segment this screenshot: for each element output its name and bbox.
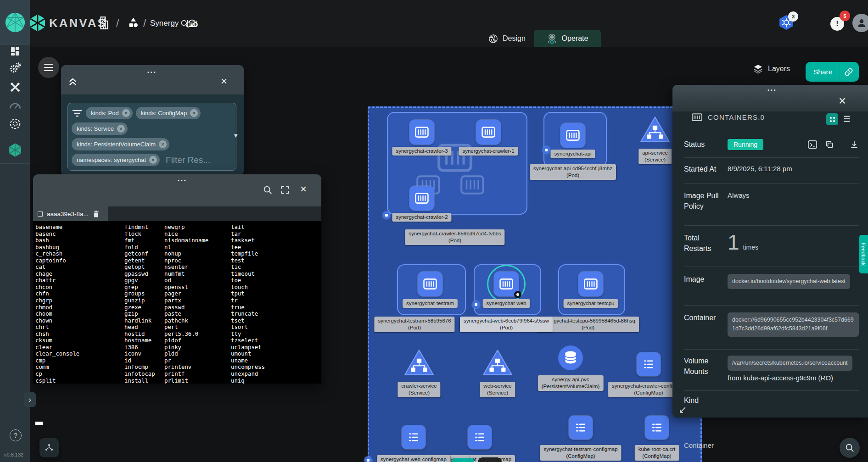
close-icon[interactable]: × [300, 184, 307, 195]
user-avatar[interactable] [852, 14, 868, 32]
cm-synergychat-testram-configmap[interactable] [569, 416, 593, 440]
zoom-button[interactable] [840, 438, 860, 458]
filter-chip[interactable]: kinds: ConfigMap× [136, 107, 201, 119]
grid-view-toggle[interactable] [826, 113, 838, 125]
terminal-session-tab[interactable]: aaaa39e3-8a... [33, 206, 108, 221]
node-label[interactable]: synergychat-crawler-659bd97cd4-tvbbs(Pod… [405, 229, 504, 245]
cm-kube-root-ca-crt[interactable] [645, 416, 669, 440]
node-label[interactable]: synergy-api-pvc(PersistentVolumeClaim) [538, 375, 604, 391]
node-label[interactable]: synergychat-testram-configmap(ConfigMap) [540, 445, 621, 461]
tab-operate[interactable]: Operate [534, 30, 601, 47]
share-button[interactable]: Share [806, 62, 859, 82]
node-label[interactable]: api-service(Service) [638, 149, 672, 164]
chip-remove-icon[interactable]: × [117, 125, 125, 133]
expand-panel-icon[interactable] [679, 406, 687, 414]
fullscreen-icon[interactable] [280, 185, 290, 195]
feedback-tab[interactable]: Feedback [859, 235, 868, 273]
cm-synergychat-web-configmap[interactable] [402, 425, 426, 449]
node-label[interactable]: synergychat-testram [403, 299, 458, 308]
filter-chip[interactable]: kinds: Service× [72, 122, 128, 135]
cm-synergychat-crawler-configmap[interactable] [637, 352, 661, 376]
container-id-value[interactable]: docker://6d96990655cc952b4423304f3c57d66… [728, 312, 859, 337]
pod-synergychat-testram[interactable] [418, 272, 442, 296]
chip-remove-icon[interactable]: × [190, 109, 198, 117]
pod-synergychat-crawler-1[interactable] [476, 120, 501, 145]
node-label[interactable]: synergychat-web-6ccb79f964-s9ssw(Pod) [460, 317, 553, 332]
pod-synergychat-crawler-3[interactable] [409, 120, 434, 145]
node-label[interactable]: synergychat-crawler-1 [459, 147, 518, 156]
gauge-icon[interactable] [9, 100, 22, 110]
filter-input-box[interactable]: kinds: Pod×kinds: ConfigMap×kinds: Servi… [67, 103, 236, 171]
terminal-window: ••• × aaaa39e3-8a... basename basenc bas… [33, 174, 321, 384]
filter-chip[interactable]: kinds: PersistentVolumeClaim× [72, 138, 169, 150]
filter-panel-header[interactable]: ••• × [61, 65, 244, 95]
org-building-icon[interactable] [98, 16, 110, 30]
k8s-context-badge[interactable]: 3 [778, 14, 795, 31]
filter-input-placeholder[interactable]: Filter Res... [166, 155, 210, 165]
workspace-logo[interactable] [0, 0, 30, 45]
notifications-button[interactable]: ! 5 [830, 17, 844, 31]
service-web-service[interactable] [482, 349, 513, 376]
terminal-output[interactable]: basename basenc bash bashbug c_rehash ca… [33, 221, 321, 384]
brand-logo-icon[interactable] [28, 13, 47, 33]
drag-handle[interactable]: ••• [178, 178, 187, 183]
node-label[interactable]: crawler-service(Service) [398, 382, 440, 397]
chip-remove-icon[interactable]: × [122, 109, 130, 117]
drag-handle[interactable]: ••• [767, 87, 777, 93]
node-label[interactable]: synergychat-web [483, 299, 530, 308]
terminal-header[interactable]: ••• × [33, 174, 321, 206]
mesh-sphere-icon[interactable] [9, 117, 22, 130]
filter-chip[interactable]: kinds: Pod× [86, 107, 133, 119]
layers-button[interactable]: Layers [753, 63, 790, 74]
open-terminal-icon[interactable] [807, 140, 818, 149]
pod-synergychat-api[interactable] [560, 123, 585, 148]
node-label[interactable]: synergychat-crawler-2 [392, 213, 451, 222]
dashboard-icon[interactable] [10, 46, 21, 57]
collapse-badge[interactable] [364, 456, 372, 462]
node-label[interactable]: synergychat-crawler-3 [392, 147, 451, 156]
node-label[interactable]: synergychat-web-configmap(ConfigMap) [377, 455, 450, 462]
trash-icon[interactable] [93, 210, 100, 218]
collapse-badge[interactable] [383, 212, 390, 219]
canvas-menu-button[interactable] [38, 57, 59, 78]
help-button[interactable]: ? [10, 429, 22, 441]
cm-synergychat-api-configmap[interactable] [468, 425, 492, 449]
node-label[interactable]: kube-root-ca.crt(ConfigMap) [635, 445, 679, 461]
close-icon[interactable]: × [221, 76, 227, 87]
node-label[interactable]: synergychat-api-cd954ccbf-j8mhz(Pod) [530, 164, 616, 180]
node-label[interactable]: synergychat-api [550, 150, 595, 158]
settings-gears-icon[interactable] [9, 62, 21, 74]
copy-manifest-icon[interactable] [825, 140, 834, 149]
node-label[interactable]: synergychat-testram-58b95676(Pod) [374, 317, 454, 332]
image-value[interactable]: docker.io/bootdotdev/synergychat-web:lat… [728, 274, 850, 289]
collapse-chevrons-icon[interactable] [68, 77, 78, 86]
service-crawler-service[interactable] [403, 349, 435, 376]
list-view-toggle[interactable] [841, 115, 850, 122]
chip-remove-icon[interactable]: × [159, 140, 167, 148]
node-label[interactable]: web-service(Service) [480, 382, 515, 397]
node-label[interactable]: synergychat-testcpu [564, 299, 618, 308]
volume-mount-path[interactable]: /var/run/secrets/kubernetes.io/serviceac… [728, 356, 852, 371]
quick-actions-button[interactable] [39, 438, 59, 457]
pod-synergychat-web[interactable] [494, 272, 519, 296]
chevron-down-icon[interactable]: ▼ [233, 132, 239, 139]
details-header[interactable]: ••• × [672, 85, 868, 111]
collapse-badge[interactable] [543, 146, 550, 154]
pod-synergychat-crawler-2[interactable] [409, 186, 434, 211]
service-api-service[interactable] [639, 116, 671, 143]
drag-handle[interactable]: ••• [147, 69, 157, 75]
chip-remove-icon[interactable]: × [149, 156, 157, 164]
close-icon[interactable]: × [839, 95, 846, 107]
download-icon[interactable] [850, 140, 859, 149]
copy-link-icon[interactable] [838, 67, 859, 77]
pvc-synergy-api-pvc[interactable] [558, 345, 583, 371]
workspace-shapes-icon[interactable] [127, 17, 140, 29]
search-icon[interactable] [263, 185, 273, 195]
filter-chip[interactable]: namespaces: synergychat× [72, 154, 160, 166]
pod-synergychat-testcpu[interactable] [578, 272, 603, 296]
kanvas-hexagon-icon[interactable] [8, 143, 22, 157]
tab-design[interactable]: Design [482, 30, 531, 47]
sidebar-expander[interactable]: › [24, 392, 36, 407]
tools-icon[interactable] [9, 81, 21, 94]
collapse-badge[interactable] [472, 301, 480, 308]
